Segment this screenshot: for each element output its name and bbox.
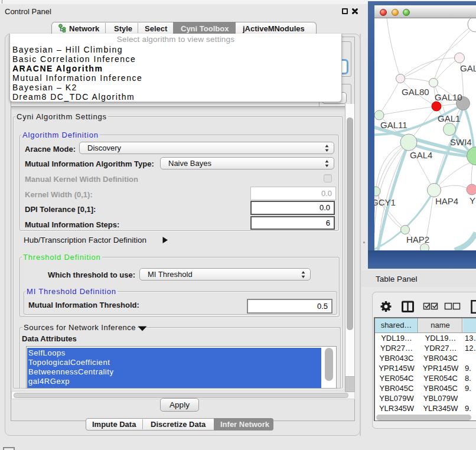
svg-text:GAL7: GAL7 [460,63,476,73]
svg-text:GCY1: GCY1 [374,197,396,207]
svg-text:GAL1: GAL1 [438,113,460,123]
svg-text:GAL80: GAL80 [402,87,429,97]
svg-text:GAL4: GAL4 [410,150,432,160]
svg-text:HAP2: HAP2 [406,234,429,244]
svg-text:Y: Y [470,195,475,206]
svg-text:GAL10: GAL10 [435,92,462,102]
svg-text:HAP4: HAP4 [435,196,458,206]
svg-text:GAL11: GAL11 [380,120,407,130]
svg-text:SWI4: SWI4 [450,137,472,147]
